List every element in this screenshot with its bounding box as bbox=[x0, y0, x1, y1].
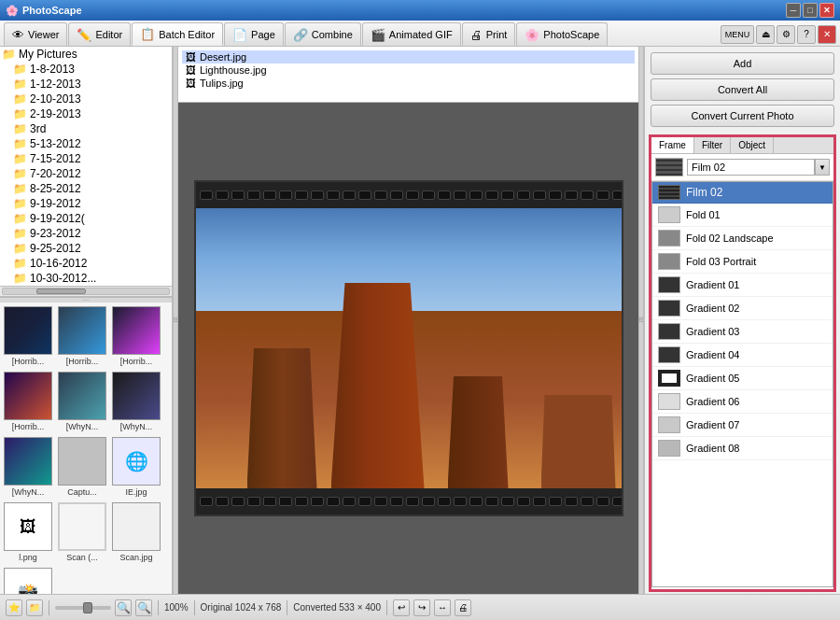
tree-item-2[interactable]: 📁 2-10-2013 bbox=[11, 92, 172, 106]
hscroll-thumb[interactable] bbox=[36, 289, 86, 294]
tab-viewer[interactable]: 👁 Viewer bbox=[4, 22, 67, 46]
add-button[interactable]: Add bbox=[651, 52, 834, 75]
film-hole bbox=[279, 497, 292, 506]
tree-item-11[interactable]: 📁 9-23-2012 bbox=[11, 226, 172, 241]
tab-combine[interactable]: 🔗 Combine bbox=[285, 22, 361, 46]
convert-current-button[interactable]: Convert Current Photo bbox=[651, 105, 834, 127]
tab-gif[interactable]: 🎬 Animated GIF bbox=[362, 22, 461, 46]
frame-item-gradient01[interactable]: Gradient 01 bbox=[652, 274, 833, 297]
frame-item-gradient05[interactable]: Gradient 05 bbox=[652, 367, 833, 390]
tree-item-13[interactable]: 📁 10-16-2012 bbox=[11, 256, 172, 271]
close-button[interactable]: ✕ bbox=[819, 3, 834, 18]
status-folder-button[interactable]: 📁 bbox=[26, 599, 43, 616]
frame-item-label-selected: Film 02 bbox=[686, 186, 722, 199]
tab-print[interactable]: 🖨 Print bbox=[462, 22, 516, 46]
convert-all-button[interactable]: Convert All bbox=[651, 78, 834, 101]
frame-item-gradient07[interactable]: Gradient 07 bbox=[652, 414, 833, 437]
thumb-img-5 bbox=[112, 372, 161, 420]
tree-item-7[interactable]: 📁 7-20-2012 bbox=[11, 166, 172, 181]
frame-item-gradient06[interactable]: Gradient 06 bbox=[652, 390, 833, 414]
zoom-in-button[interactable]: 🔍 bbox=[115, 599, 132, 616]
thumb-3[interactable]: [Horrib... bbox=[2, 370, 54, 433]
frame-thumb-gradient01 bbox=[658, 276, 680, 293]
tree-item-label-7: 7-20-2012 bbox=[30, 167, 81, 180]
tree-item-3[interactable]: 📁 2-19-2013 bbox=[11, 106, 172, 121]
file-list-item-2[interactable]: 🖼 Tulips.jpg bbox=[182, 77, 635, 90]
rotate-right-button[interactable]: ↪ bbox=[413, 599, 430, 616]
tab-filter[interactable]: Filter bbox=[694, 137, 731, 153]
tab-batch[interactable]: 📋 Batch Editor bbox=[132, 22, 223, 46]
tree-item-8[interactable]: 📁 8-25-2012 bbox=[11, 181, 172, 196]
frame-item-gradient08[interactable]: Gradient 08 bbox=[652, 437, 833, 460]
frame-selected-item[interactable]: Film 02 bbox=[652, 182, 833, 204]
thumb-0[interactable]: [Horrib... bbox=[2, 304, 54, 368]
zoom-out-button[interactable]: 🔍 bbox=[135, 599, 152, 616]
desert-mesa-main bbox=[331, 283, 425, 488]
tab-photoscape[interactable]: 🌸 PhotoScape bbox=[516, 22, 608, 46]
thumb-label-8: IE.jpg bbox=[125, 487, 147, 497]
frame-item-fold02[interactable]: Fold 02 Landscape bbox=[652, 227, 833, 250]
zoom-slider[interactable] bbox=[55, 606, 111, 610]
title-bar-controls[interactable]: ─ □ ✕ bbox=[786, 3, 834, 18]
film-hole bbox=[454, 497, 467, 506]
print-status-button[interactable]: 🖨 bbox=[455, 599, 471, 616]
film-hole bbox=[263, 497, 276, 506]
settings-button[interactable]: ⚙ bbox=[777, 25, 795, 44]
minimize-button[interactable]: ─ bbox=[786, 3, 801, 18]
thumbnail-area[interactable]: [Horrib... [Horrib... [Horrib... [Horrib… bbox=[0, 303, 172, 594]
frame-item-gradient03[interactable]: Gradient 03 bbox=[652, 320, 833, 344]
thumb-5[interactable]: [WhyN... bbox=[110, 370, 162, 433]
frame-item-gradient04[interactable]: Gradient 04 bbox=[652, 344, 833, 367]
film-hole bbox=[374, 497, 387, 506]
thumb-10[interactable]: Scan (... bbox=[56, 500, 108, 564]
file-list-item-0[interactable]: 🖼 Desert.jpg bbox=[182, 50, 635, 63]
thumb-9[interactable]: 🖼 l.png bbox=[2, 500, 54, 564]
file-list-item-1[interactable]: 🖼 Lighthouse.jpg bbox=[182, 63, 635, 77]
thumb-6[interactable]: [WhyN... bbox=[2, 435, 54, 499]
dropdown-arrow[interactable]: ▼ bbox=[815, 159, 830, 176]
tab-page[interactable]: 📄 Page bbox=[224, 22, 284, 46]
thumb-11[interactable]: Scan.jpg bbox=[110, 500, 162, 564]
thumb-2[interactable]: [Horrib... bbox=[110, 304, 162, 368]
help-button[interactable]: ? bbox=[797, 25, 816, 44]
app-close-button[interactable]: ✕ bbox=[818, 25, 836, 44]
flip-button[interactable]: ↔ bbox=[434, 599, 451, 616]
thumb-7[interactable]: Captu... bbox=[56, 435, 108, 499]
thumb-1[interactable]: [Horrib... bbox=[56, 304, 108, 368]
rotate-left-button[interactable]: ↩ bbox=[393, 599, 410, 616]
frame-item-fold01[interactable]: Fold 01 bbox=[652, 204, 833, 227]
thumb-label-0: [Horrib... bbox=[12, 357, 45, 366]
tree-item-9[interactable]: 📁 9-19-2012 bbox=[11, 196, 172, 211]
zoom-slider-thumb[interactable] bbox=[83, 602, 92, 613]
tree-item-6[interactable]: 📁 7-15-2012 bbox=[11, 151, 172, 166]
maximize-button[interactable]: □ bbox=[803, 3, 818, 18]
tab-batch-label: Batch Editor bbox=[159, 29, 215, 40]
frame-item-gradient02[interactable]: Gradient 02 bbox=[652, 297, 833, 320]
tree-item-12[interactable]: 📁 9-25-2012 bbox=[11, 241, 172, 256]
main-layout: 📁 My Pictures 📁 1-8-2013 📁 1-12-2013 📁 2… bbox=[0, 47, 840, 594]
tree-item-14[interactable]: 📁 10-30-2012... bbox=[11, 271, 172, 286]
thumb-img-2 bbox=[112, 306, 161, 355]
thumb-8[interactable]: 🌐 IE.jpg bbox=[110, 435, 162, 499]
frame-dropdown-value[interactable]: Film 02 bbox=[687, 159, 815, 176]
tree-item-10[interactable]: 📁 9-19-2012( bbox=[11, 211, 172, 226]
tab-frame[interactable]: Frame bbox=[651, 137, 694, 153]
thumb-12[interactable]: 📸 snap.png bbox=[2, 566, 54, 594]
tree-item-0[interactable]: 📁 1-8-2013 bbox=[11, 62, 172, 77]
tab-object[interactable]: Object bbox=[731, 137, 774, 153]
tree-item-5[interactable]: 📁 5-13-2012 bbox=[11, 136, 172, 151]
frame-item-fold03[interactable]: Fold 03 Portrait bbox=[652, 250, 833, 274]
tree-item-1[interactable]: 📁 1-12-2013 bbox=[11, 77, 172, 92]
frame-label-gradient07: Gradient 07 bbox=[686, 419, 739, 430]
file-tree[interactable]: 📁 My Pictures 📁 1-8-2013 📁 1-12-2013 📁 2… bbox=[0, 47, 172, 286]
tree-root[interactable]: 📁 My Pictures bbox=[0, 47, 172, 62]
tree-item-4[interactable]: 📁 3rd bbox=[11, 121, 172, 136]
converted-size: Converted 533 × 400 bbox=[293, 602, 381, 613]
tab-editor[interactable]: ✏️ Editor bbox=[68, 22, 131, 46]
menu-button[interactable]: MENU bbox=[721, 25, 754, 44]
eject-button[interactable]: ⏏ bbox=[756, 25, 775, 44]
film-hole bbox=[247, 497, 260, 506]
frame-list[interactable]: Fold 01 Fold 02 Landscape Fold 03 Portra… bbox=[652, 204, 833, 586]
thumb-4[interactable]: [WhyN... bbox=[56, 370, 108, 433]
status-star-button[interactable]: ⭐ bbox=[6, 599, 22, 616]
